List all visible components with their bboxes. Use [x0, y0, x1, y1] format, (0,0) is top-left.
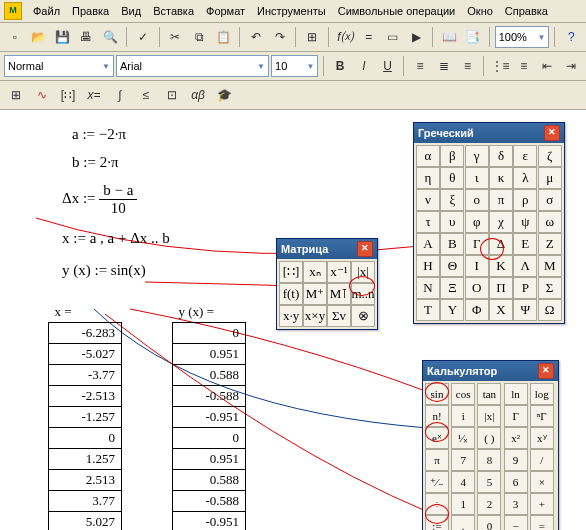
underline-icon[interactable]: U: [377, 54, 399, 78]
table-y[interactable]: y (x) = 00.951 0.588-0.588 -0.9510 0.951…: [172, 302, 246, 530]
fx-icon[interactable]: f⒳: [334, 25, 356, 49]
greek-cell-ψ[interactable]: ψ: [513, 211, 537, 233]
calc-cell[interactable]: 4: [451, 471, 475, 493]
greek-cell-γ[interactable]: γ: [465, 145, 489, 167]
greek-cell-Ξ[interactable]: Ξ: [440, 277, 464, 299]
indent-in-icon[interactable]: ⇥: [560, 54, 582, 78]
greek-cell-Κ[interactable]: Κ: [489, 255, 513, 277]
greek-cell-Π[interactable]: Π: [489, 277, 513, 299]
greek-cell-ν[interactable]: ν: [416, 189, 440, 211]
paste-icon[interactable]: 📋: [212, 25, 234, 49]
eq-dx[interactable]: Δx := b − a10: [62, 182, 137, 217]
matrix-palette[interactable]: Матрица✕ [∷] xₙ x⁻¹ |x| f(t) M⁺ M⊺ m..n …: [276, 238, 378, 330]
save-icon[interactable]: 💾: [52, 25, 74, 49]
matrix-cell[interactable]: M⊺: [327, 283, 351, 305]
calc-cell[interactable]: 8: [477, 449, 501, 471]
calc-cell[interactable]: ln: [504, 383, 528, 405]
calc-cell[interactable]: 3: [504, 493, 528, 515]
greek-cell-τ[interactable]: τ: [416, 211, 440, 233]
calc-cell[interactable]: ×: [530, 471, 554, 493]
eq-y[interactable]: y (x) := sin(x): [62, 262, 146, 279]
calc-cell[interactable]: log: [530, 383, 554, 405]
go-icon[interactable]: ▶: [405, 25, 427, 49]
help2-icon[interactable]: 📑: [462, 25, 484, 49]
matrix-cell[interactable]: Σv: [327, 305, 351, 327]
close-icon[interactable]: ✕: [544, 125, 560, 141]
greek-cell-Υ[interactable]: Υ: [440, 299, 464, 321]
calc-cell[interactable]: xʸ: [530, 427, 554, 449]
component-icon[interactable]: ▭: [382, 25, 404, 49]
close-icon[interactable]: ✕: [538, 363, 554, 379]
new-icon[interactable]: ▫: [4, 25, 26, 49]
greek-cell-Ρ[interactable]: Ρ: [513, 277, 537, 299]
greek-cell-σ[interactable]: σ: [538, 189, 562, 211]
matrix-cell[interactable]: ⊗: [351, 305, 375, 327]
calc-cell[interactable]: /: [530, 449, 554, 471]
calc-cell[interactable]: eˣ: [425, 427, 449, 449]
greek-cell-ε[interactable]: ε: [513, 145, 537, 167]
calc-cell[interactable]: ÷: [425, 493, 449, 515]
calc-cell[interactable]: 6: [504, 471, 528, 493]
document-area[interactable]: a := −2·π b := 2·π Δx := b − a10 x := a …: [0, 110, 586, 530]
calc-cell[interactable]: i: [451, 405, 475, 427]
spell-icon[interactable]: ✓: [132, 25, 154, 49]
style-select[interactable]: Normal▼: [4, 55, 114, 77]
matrix-range-cell[interactable]: m..n: [351, 283, 375, 305]
equal-icon[interactable]: =: [358, 25, 380, 49]
help-icon[interactable]: ?: [560, 25, 582, 49]
matrix-cell[interactable]: |x|: [351, 261, 375, 283]
greek-cell-μ[interactable]: μ: [538, 167, 562, 189]
programming-icon[interactable]: ⊡: [160, 83, 184, 107]
calc-cell[interactable]: Γ: [504, 405, 528, 427]
calc-cell[interactable]: cos: [451, 383, 475, 405]
greek-cell-Ω[interactable]: Ω: [538, 299, 562, 321]
boolean-icon[interactable]: ≤: [134, 83, 158, 107]
greek-cell-ι[interactable]: ι: [465, 167, 489, 189]
calc-cell[interactable]: ⁺⁄₋: [425, 471, 449, 493]
calc-cell[interactable]: x²: [504, 427, 528, 449]
align-center-icon[interactable]: ≣: [433, 54, 455, 78]
evaluation-icon[interactable]: x=: [82, 83, 106, 107]
menu-tools[interactable]: Инструменты: [252, 3, 331, 19]
menu-symbolic[interactable]: Символьные операции: [333, 3, 461, 19]
greek-cell-Ν[interactable]: Ν: [416, 277, 440, 299]
matrix-cell[interactable]: M⁺: [303, 283, 327, 305]
italic-icon[interactable]: I: [353, 54, 375, 78]
greek-cell-υ[interactable]: υ: [440, 211, 464, 233]
size-select[interactable]: 10▼: [271, 55, 318, 77]
menu-format[interactable]: Формат: [201, 3, 250, 19]
eq-a[interactable]: a := −2·π: [72, 126, 126, 143]
greek-cell-Χ[interactable]: Χ: [489, 299, 513, 321]
calc-cell[interactable]: tan: [477, 383, 501, 405]
zoom-select[interactable]: 100%▼: [495, 26, 550, 48]
indent-out-icon[interactable]: ⇤: [537, 54, 559, 78]
menu-insert[interactable]: Вставка: [148, 3, 199, 19]
calc-cell[interactable]: 0: [477, 515, 501, 530]
greek-cell-Β[interactable]: Β: [440, 233, 464, 255]
redo-icon[interactable]: ↷: [269, 25, 291, 49]
numbers-icon[interactable]: ≡: [513, 54, 535, 78]
greek-cell-Φ[interactable]: Φ: [465, 299, 489, 321]
greek-cell-ξ[interactable]: ξ: [440, 189, 464, 211]
preview-icon[interactable]: 🔍: [99, 25, 121, 49]
greek-cell-λ[interactable]: λ: [513, 167, 537, 189]
greek-cell-Δ[interactable]: Δ: [489, 233, 513, 255]
calc-cell[interactable]: =: [530, 515, 554, 530]
matrix-cell[interactable]: x·y: [279, 305, 303, 327]
greek-cell-Η[interactable]: Η: [416, 255, 440, 277]
graph-toolbar-icon[interactable]: ∿: [30, 83, 54, 107]
calc-cell[interactable]: ( ): [477, 427, 501, 449]
greek-cell-Ζ[interactable]: Ζ: [538, 233, 562, 255]
matrix-cell[interactable]: f(t): [279, 283, 303, 305]
greek-cell-χ[interactable]: χ: [489, 211, 513, 233]
align-left-icon[interactable]: ≡: [409, 54, 431, 78]
calc-cell[interactable]: +: [530, 493, 554, 515]
calc-cell[interactable]: :=: [425, 515, 449, 530]
greek-cell-ο[interactable]: ο: [465, 189, 489, 211]
eq-x[interactable]: x := a , a + Δx .. b: [62, 230, 170, 247]
matrix-cell[interactable]: x×y: [303, 305, 327, 327]
greek-cell-θ[interactable]: θ: [440, 167, 464, 189]
greek-cell-Γ[interactable]: Γ: [465, 233, 489, 255]
greek-cell-κ[interactable]: κ: [489, 167, 513, 189]
calc-cell[interactable]: ⁿΓ: [530, 405, 554, 427]
